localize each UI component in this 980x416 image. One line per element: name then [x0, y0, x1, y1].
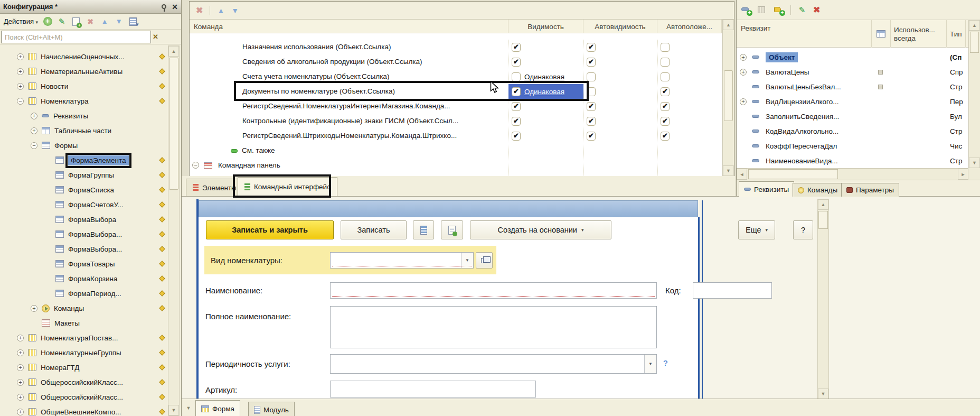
scroll-right-icon[interactable]: ►: [958, 169, 968, 180]
visibility-checkbox[interactable]: [512, 132, 521, 141]
tree-item[interactable]: Макеты: [0, 316, 182, 330]
scroll-down-icon[interactable]: ▼: [969, 158, 980, 168]
add-icon[interactable]: +: [43, 17, 52, 26]
add-standard-icon[interactable]: +: [774, 6, 784, 14]
tree-item[interactable]: ФормаКорзина: [0, 271, 182, 286]
sort-icon[interactable]: [129, 17, 137, 26]
open-kind-button[interactable]: [476, 252, 493, 269]
dropdown-icon[interactable]: ▼: [461, 253, 473, 268]
tree-item[interactable]: ФормаЭлемента: [0, 153, 182, 168]
command-row[interactable]: Назначения использования (Объект.Ссылка): [190, 40, 722, 54]
autoposition-checkbox[interactable]: [661, 132, 670, 141]
attribute-row[interactable]: НаименованиеВида...Стр: [737, 153, 968, 168]
tab-module[interactable]: Модуль: [248, 402, 295, 416]
scroll-left-icon[interactable]: ◄: [737, 169, 747, 180]
tree-scrollbar[interactable]: ▲ ▼: [168, 45, 180, 416]
column-header-use-always[interactable]: Использов... всегда: [891, 20, 947, 48]
save-and-close-button[interactable]: Записать и закрыть: [206, 220, 334, 239]
tree-item[interactable]: +НоменклатурныеГруппы: [0, 345, 182, 360]
column-header-autovisibility[interactable]: Автовидимость: [583, 20, 657, 33]
copy-icon[interactable]: [72, 17, 80, 26]
close-icon[interactable]: ✕: [172, 3, 178, 11]
column-header-attribute[interactable]: Реквизит: [737, 20, 872, 48]
use-flag-box[interactable]: [878, 85, 883, 89]
visibility-checkbox[interactable]: [512, 87, 521, 96]
visibility-checkbox[interactable]: [512, 72, 521, 81]
autovisibility-checkbox[interactable]: [587, 58, 596, 67]
attribute-row[interactable]: +ВидЛицензииАлкого...Пер: [737, 94, 968, 109]
column-header-command[interactable]: Команда: [190, 20, 508, 33]
more-button[interactable]: Еще▾: [738, 220, 775, 239]
tree-item[interactable]: ФормаПериод...: [0, 286, 182, 301]
expand-icon[interactable]: +: [31, 127, 37, 134]
tree-item[interactable]: +Табличные части: [0, 123, 182, 138]
autovisibility-checkbox[interactable]: [587, 102, 596, 111]
form-scrollbar[interactable]: ▲ ▼: [817, 199, 829, 400]
tree-item[interactable]: +НачислениеОценочных...: [0, 49, 182, 64]
add-icon[interactable]: +: [741, 6, 751, 14]
command-row[interactable]: Контрольные (идентификационные) знаки ГИ…: [190, 114, 722, 128]
autovisibility-checkbox[interactable]: [587, 87, 596, 96]
expand-icon[interactable]: +: [31, 113, 37, 119]
tree-item[interactable]: ФормаТовары: [0, 256, 182, 271]
tree-item[interactable]: +НоменклатураПостав...: [0, 330, 182, 345]
scrollbar-thumb[interactable]: [818, 211, 828, 229]
column-header-type[interactable]: Тип: [947, 20, 966, 48]
command-row[interactable]: См. также: [190, 143, 722, 158]
collapse-icon[interactable]: −: [17, 98, 24, 105]
command-row[interactable]: Документы по номенклатуре (Объект.Ссылка…: [190, 84, 722, 99]
command-row[interactable]: Счета учета номенклатуры (Объект.Ссылка)…: [190, 69, 722, 84]
expand-icon[interactable]: +: [17, 349, 24, 356]
visibility-checkbox[interactable]: [512, 43, 521, 52]
help-button[interactable]: ?: [793, 220, 813, 239]
expand-icon[interactable]: +: [740, 98, 747, 105]
attribute-row[interactable]: КодВидаАлкогольно...Стр: [737, 124, 968, 138]
article-input[interactable]: [330, 381, 536, 397]
tree-item[interactable]: ФормаГруппы: [0, 168, 182, 182]
command-table-scrollbar[interactable]: ▲ ▼: [722, 20, 734, 176]
name-input[interactable]: [330, 282, 657, 299]
tree-item[interactable]: +Команды: [0, 301, 182, 316]
tab-command-interface[interactable]: Командный интерфейс: [238, 177, 337, 196]
command-row[interactable]: РегистрСведений.ШтрихкодыНоменклатуры.Ко…: [190, 128, 722, 143]
column-header-visibility[interactable]: Видимость: [508, 20, 583, 33]
expand-icon[interactable]: +: [17, 409, 24, 415]
tree-item[interactable]: ФормаСчетовУ...: [0, 197, 182, 212]
collapse-icon[interactable]: −: [31, 142, 37, 149]
expand-icon[interactable]: +: [740, 69, 747, 76]
tree-item[interactable]: +ОбщероссийскийКласс...: [0, 375, 182, 390]
autovisibility-checkbox[interactable]: [587, 132, 596, 141]
scroll-up-icon[interactable]: ▲: [723, 20, 734, 30]
edit-icon[interactable]: ✎: [57, 17, 67, 26]
tree-item[interactable]: +ОбщиеВнешниеКомпо...: [0, 404, 182, 416]
search-input[interactable]: [1, 31, 151, 43]
scroll-down-icon[interactable]: ▼: [723, 165, 734, 176]
attribute-row[interactable]: +ВалютаЦеныСпр: [737, 64, 968, 79]
create-document-button[interactable]: [441, 220, 463, 239]
kind-combobox[interactable]: ▼: [330, 252, 474, 269]
code-input[interactable]: [693, 282, 772, 299]
periodicity-help-link[interactable]: ?: [663, 358, 667, 367]
tab-form[interactable]: Форма: [195, 400, 240, 416]
tree-item[interactable]: −Номенклатура: [0, 94, 182, 108]
expand-icon[interactable]: +: [17, 394, 24, 401]
periodicity-combobox[interactable]: ▼: [330, 354, 657, 374]
pin-icon[interactable]: [162, 4, 166, 9]
full-name-textarea[interactable]: [330, 306, 657, 348]
expand-icon[interactable]: +: [17, 364, 24, 371]
clear-search-icon[interactable]: ✕: [153, 33, 158, 41]
move-down-icon[interactable]: ▼: [114, 17, 124, 26]
tree-item[interactable]: +НомераГТД: [0, 360, 182, 375]
tab-commands[interactable]: Команды: [793, 183, 843, 197]
scrollbar-thumb[interactable]: [724, 70, 733, 121]
tab-attributes[interactable]: Реквизиты: [739, 181, 794, 197]
attribute-row[interactable]: ВалютыЦеныБезВал...Стр: [737, 79, 968, 94]
tree-item[interactable]: +Новости: [0, 79, 182, 94]
save-button[interactable]: Записать: [341, 220, 407, 239]
move-down-icon[interactable]: ▼: [231, 6, 239, 15]
delete-icon[interactable]: ✖: [196, 5, 203, 15]
tree-item[interactable]: +Реквизиты: [0, 108, 182, 123]
scroll-down-icon[interactable]: ▼: [818, 389, 828, 399]
expand-icon[interactable]: +: [17, 68, 24, 75]
tab-parameters[interactable]: Параметры: [841, 183, 899, 197]
